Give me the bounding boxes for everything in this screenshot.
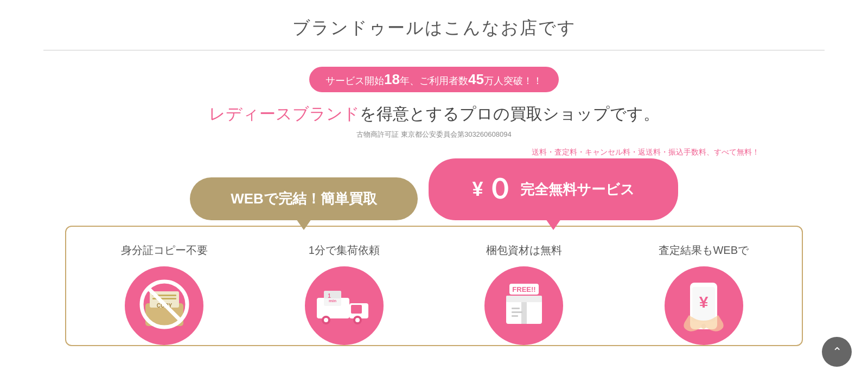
badge-text-after: 万人突破！！ (484, 75, 542, 86)
features-box: 身分証コピー不要 COPY (65, 226, 803, 346)
tagline-normal: を得意とするプロの買取ショップです。 (360, 105, 660, 123)
svg-point-13 (355, 318, 360, 322)
license-text: 古物商許可証 東京都公安委員会第303260608094 (0, 130, 868, 139)
page-wrapper: ブランドゥールはこんなお店です サービス開始18年、ご利用者数45万人突破！！ … (0, 0, 868, 346)
svg-rect-22 (521, 302, 527, 324)
bubble-pink: ¥０完全無料サービス (429, 158, 678, 220)
feature-box-label: 梱包資材は無料 (486, 243, 562, 258)
svg-rect-25 (512, 315, 518, 317)
feature-truck: 1分で集荷依頼 (257, 243, 432, 345)
truck-icon: 1 min (314, 279, 374, 333)
section-divider (43, 50, 825, 50)
feature-copy-label: 身分証コピー不要 (121, 243, 208, 258)
bubbles-row: 送料・査定料・キャンセル料・返送料・振込手数料、すべて無料！ WEBで完結！簡単… (0, 158, 868, 220)
feature-copy: 身分証コピー不要 COPY (77, 243, 252, 345)
bubble-pink-label: 完全無料サービス (520, 180, 635, 199)
phone-yen-icon: ¥ (674, 276, 733, 336)
phone-icon-circle: ¥ (665, 266, 743, 345)
svg-rect-23 (512, 308, 520, 309)
svg-text:¥: ¥ (699, 293, 709, 311)
feature-phone-label: 査定結果もWEBで (659, 243, 749, 258)
bubble-tan-label: WEBで完結！簡単買取 (231, 189, 377, 208)
copy-no-icon: COPY (135, 276, 194, 336)
svg-point-11 (324, 318, 328, 322)
badge-text-middle: 年、ご利用者数 (400, 75, 468, 86)
svg-text:min: min (329, 298, 336, 303)
chevron-up-icon: ⌃ (832, 345, 842, 359)
box-free-icon: FREE!! (494, 276, 554, 336)
truck-icon-circle: 1 min (305, 266, 384, 345)
svg-rect-9 (351, 305, 362, 314)
service-badge: サービス開始18年、ご利用者数45万人突破！！ (309, 67, 559, 92)
feature-box: 梱包資材は無料 FREE!! (437, 243, 611, 345)
svg-rect-15 (324, 291, 341, 298)
tagline-pink: レディースブランド (209, 105, 360, 123)
copy-icon-circle: COPY (125, 266, 203, 345)
page-title: ブランドゥールはこんなお店です (0, 16, 868, 40)
scroll-top-button[interactable]: ⌃ (822, 337, 852, 367)
badge-number2: 45 (468, 71, 484, 87)
badge-wrap: サービス開始18年、ご利用者数45万人突破！！ (0, 67, 868, 92)
badge-number1: 18 (384, 71, 400, 87)
tagline: レディースブランドを得意とするプロの買取ショップです。 (0, 103, 868, 125)
feature-phone: 査定結果もWEBで ¥ (617, 243, 792, 345)
svg-text:FREE!!: FREE!! (512, 285, 535, 293)
features-row: 身分証コピー不要 COPY (77, 243, 791, 345)
box-icon-circle: FREE!! (484, 266, 563, 345)
bubble-pink-yen: ¥ (472, 178, 483, 201)
badge-text-before: サービス開始 (326, 75, 384, 86)
free-note: 送料・査定料・キャンセル料・返送料・振込手数料、すべて無料！ (532, 148, 760, 157)
bubble-pink-zero: ０ (486, 170, 514, 208)
svg-rect-21 (506, 296, 542, 302)
svg-rect-24 (512, 311, 522, 313)
feature-truck-label: 1分で集荷依頼 (309, 243, 380, 258)
bubble-tan: WEBで完結！簡単買取 (190, 177, 418, 220)
